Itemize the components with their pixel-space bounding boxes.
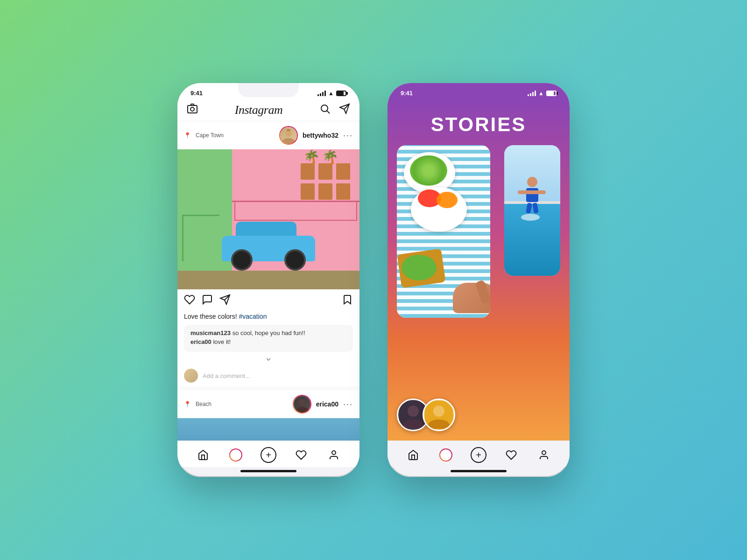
- instagram-logo: Instagram: [235, 103, 282, 117]
- status-icons-stories: ▲: [528, 90, 557, 97]
- feed[interactable]: 📍 Cape Town bettywho32 ···: [177, 121, 359, 441]
- battery-icon-stories: [546, 91, 557, 96]
- stories-background: STORIES: [388, 99, 570, 441]
- svg-point-9: [408, 406, 419, 417]
- nav-add-stories[interactable]: +: [469, 446, 488, 464]
- post-caption-capetown: Love these colors! #vacation: [177, 311, 359, 323]
- post-beach: 📍 Beach erica00 ···: [177, 390, 359, 441]
- stories-images: [388, 145, 570, 441]
- header-action-icons: [319, 103, 350, 117]
- nav-add[interactable]: +: [259, 446, 278, 464]
- svg-point-6: [299, 399, 305, 406]
- dm-icon[interactable]: [339, 103, 350, 117]
- stories-content: STORIES: [388, 99, 570, 477]
- wifi-icon-stories: ▲: [538, 90, 544, 97]
- mini-avatar: [184, 369, 198, 383]
- battery-icon: [336, 91, 346, 96]
- bottom-nav-feed: +: [177, 441, 359, 467]
- svg-point-1: [190, 107, 194, 111]
- avatar-image-beach: [294, 396, 310, 413]
- svg-line-3: [327, 111, 330, 114]
- phone-feed: 9:41 ▲ Instagram: [177, 83, 359, 477]
- svg-point-4: [285, 130, 292, 137]
- wifi-icon: ▲: [328, 90, 334, 97]
- stories-avatars: [397, 399, 455, 431]
- status-icons: ▲: [317, 90, 346, 97]
- story-avatar-2[interactable]: [423, 399, 455, 431]
- home-indicator: [240, 470, 296, 472]
- post-actions-capetown: [177, 289, 359, 311]
- comment-username-1: musicman123: [190, 329, 231, 336]
- stories-food-image[interactable]: [397, 145, 490, 318]
- svg-point-12: [542, 451, 546, 455]
- stories-kid-image[interactable]: [504, 145, 560, 276]
- nav-stories-btn[interactable]: [437, 446, 455, 464]
- bookmark-button[interactable]: [342, 294, 353, 308]
- bottom-nav-stories: +: [388, 441, 570, 467]
- post-more-beach[interactable]: ···: [343, 399, 353, 409]
- beach-scene: [177, 418, 359, 441]
- comment-row-2: erica00 love it!: [190, 338, 346, 345]
- nav-like[interactable]: [292, 446, 310, 464]
- post-avatar-capetown[interactable]: [279, 126, 298, 145]
- location-pin-icon-beach: 📍: [184, 401, 191, 407]
- nav-home-stories[interactable]: [404, 446, 423, 464]
- like-button[interactable]: [184, 294, 195, 308]
- svg-rect-5: [287, 129, 290, 131]
- search-icon[interactable]: [319, 103, 331, 117]
- nav-profile[interactable]: [324, 446, 343, 464]
- instagram-header: Instagram: [177, 99, 359, 121]
- comment-username-2: erica00: [190, 338, 211, 345]
- location-pin-icon: 📍: [184, 132, 191, 139]
- post-capetown: 📍 Cape Town bettywho32 ···: [177, 121, 359, 386]
- avatar-image-capetown: [280, 127, 297, 144]
- svg-point-11: [433, 406, 444, 417]
- share-button[interactable]: [219, 294, 231, 308]
- svg-point-7: [332, 451, 336, 455]
- post-image-capetown: 🌴 🌴: [177, 149, 359, 289]
- nav-stories[interactable]: [226, 446, 245, 464]
- stories-title: STORIES: [388, 99, 570, 145]
- comment-row-1: musicman123 so cool, hope you had fun!!: [190, 329, 346, 336]
- post-comments-capetown: musicman123 so cool, hope you had fun!! …: [184, 325, 353, 352]
- post-location-beach: Beach: [196, 401, 288, 407]
- signal-icon-stories: [528, 91, 536, 96]
- comment-button[interactable]: [202, 294, 213, 308]
- post-username-capetown[interactable]: bettywho32: [303, 132, 338, 139]
- time-stories: 9:41: [401, 90, 413, 97]
- post-avatar-beach[interactable]: [293, 395, 311, 413]
- svg-rect-0: [188, 105, 197, 113]
- post-image-beach: [177, 418, 359, 441]
- camera-icon[interactable]: [187, 103, 198, 117]
- time: 9:41: [190, 90, 203, 97]
- post-more-capetown[interactable]: ···: [343, 131, 353, 140]
- expand-comments-button[interactable]: [177, 354, 359, 365]
- add-comment-input[interactable]: Add a comment...: [203, 372, 353, 379]
- post-username-beach[interactable]: erica00: [316, 400, 338, 408]
- phone-stories: 9:41 ▲ STORIES: [388, 83, 570, 477]
- signal-icon: [317, 91, 326, 96]
- nav-profile-stories[interactable]: [535, 446, 553, 464]
- svg-point-2: [321, 105, 328, 112]
- nav-home[interactable]: [194, 446, 212, 464]
- post-location-capetown: Cape Town: [196, 132, 275, 139]
- comment-text-1: so cool, hope you had fun!!: [233, 329, 305, 336]
- capetown-scene: 🌴 🌴: [177, 149, 359, 289]
- home-indicator-stories: [451, 470, 507, 472]
- nav-like-stories[interactable]: [502, 446, 521, 464]
- phone-notch: [238, 83, 299, 97]
- phone-notch-stories: [448, 83, 509, 97]
- add-comment-row: Add a comment...: [177, 365, 359, 386]
- post-header-capetown: 📍 Cape Town bettywho32 ···: [177, 121, 359, 149]
- comment-text-2: love it!: [213, 338, 231, 345]
- post-header-beach: 📍 Beach erica00 ···: [177, 390, 359, 418]
